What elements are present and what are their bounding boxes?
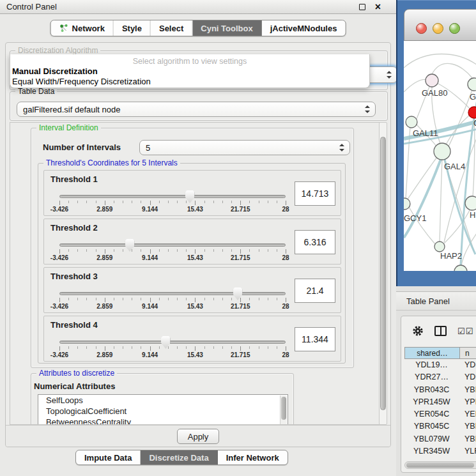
network-window-titlebar[interactable]: [404, 9, 476, 41]
algorithm-option-manual-discretization[interactable]: Manual Discretization: [12, 66, 368, 77]
table-cell: YLR3: [459, 445, 476, 457]
attribute-item-selfloops[interactable]: SelfLoops: [38, 395, 288, 406]
network-node-2[interactable]: [468, 107, 476, 118]
tab-discretize-data[interactable]: Discretize Data: [141, 450, 217, 464]
table-hscrollbar[interactable]: [404, 461, 476, 469]
settings-gear-icon[interactable]: [412, 325, 424, 337]
table-row[interactable]: YBR043CYBR0: [404, 384, 476, 396]
split-column-icon[interactable]: [434, 326, 447, 336]
number-of-intervals-combobox[interactable]: 5: [139, 140, 350, 155]
network-node-1[interactable]: [468, 78, 476, 91]
window-title: Control Panel: [0, 2, 57, 12]
algorithm-option-equal-width-frequency-discretization[interactable]: Equal Width/Frequency Discretization: [12, 77, 368, 87]
tab-style[interactable]: Style: [114, 20, 151, 36]
tab-label: Infer Network: [226, 453, 279, 463]
mac-close-icon[interactable]: [416, 23, 427, 34]
threshold-slider-track[interactable]: [59, 341, 286, 344]
network-window: GAL80GACGAL11GAL4GCY1HHAP2: [396, 0, 476, 286]
slider-scale-labels: -3.4262.8599.14415.4321.71528: [59, 206, 286, 213]
close-icon[interactable]: ×: [375, 1, 381, 13]
node-label-hap2: HAP2: [440, 251, 462, 261]
table-cell: YER054C: [404, 408, 459, 420]
interval-definition-title: Interval Definition: [36, 123, 101, 132]
threshold-slider-track[interactable]: [59, 243, 286, 247]
network-node-0[interactable]: [426, 74, 438, 87]
network-node-3[interactable]: [406, 116, 417, 128]
tab-jactivemnodules[interactable]: jActiveMNodules: [262, 20, 346, 36]
scrollbar-thumb[interactable]: [406, 463, 474, 468]
scrollbar-thumb[interactable]: [380, 137, 386, 410]
mac-minimize-icon[interactable]: [433, 23, 443, 34]
table-column-header-1[interactable]: shared…: [405, 348, 460, 358]
network-node-8[interactable]: [454, 265, 467, 271]
network-node-4[interactable]: [434, 143, 450, 160]
table-cell: YBL0: [459, 433, 476, 445]
checkbox-checked-icons[interactable]: ☑☑: [457, 326, 473, 336]
table-row[interactable]: YBL079WYBL0: [404, 433, 476, 445]
control-panel-tabs: NetworkStyleSelectCyni ToolboxjActiveMNo…: [50, 20, 346, 36]
threshold-label: Threshold 4: [50, 320, 98, 330]
tab-infer-network[interactable]: Infer Network: [218, 450, 288, 464]
table-row[interactable]: YER054CYER0: [404, 408, 476, 420]
tab-network[interactable]: Network: [51, 20, 114, 36]
number-of-intervals-label: Number of Intervals: [43, 142, 121, 152]
algorithm-dropdown-popup: Select algorithm to view settings Manual…: [10, 54, 370, 88]
tab-impute-data[interactable]: Impute Data: [76, 450, 141, 464]
mac-zoom-icon[interactable]: [449, 23, 460, 34]
slider-scale-labels: -3.4262.8599.14415.4321.71528: [59, 351, 286, 359]
settings-scrollbar[interactable]: [379, 122, 387, 425]
scrollbar-thumb[interactable]: [281, 397, 286, 420]
table-cell: YBR0: [459, 384, 476, 396]
apply-button[interactable]: Apply: [177, 429, 219, 444]
table-data-title: Table Data: [15, 87, 57, 96]
threshold-slider-track[interactable]: [59, 195, 286, 198]
threshold-value-field[interactable]: 11.344: [295, 327, 335, 351]
table-cell: YBR0: [459, 420, 476, 433]
tab-select[interactable]: Select: [151, 20, 192, 36]
slider-ticks: [59, 298, 286, 303]
table-data-group: Table Data galFiltered.sif default node: [10, 91, 388, 121]
attribute-item-betweennesscentrality[interactable]: BetweennessCentrality: [38, 417, 288, 425]
table-column-header-2[interactable]: n: [460, 348, 476, 358]
slider-scale-labels: -3.4262.8599.14415.4321.71528: [59, 254, 286, 262]
threshold-value-field[interactable]: 6.316: [295, 230, 335, 254]
threshold-label: Threshold 2: [50, 223, 98, 233]
network-canvas[interactable]: GAL80GACGAL11GAL4GCY1HHAP2: [404, 41, 476, 271]
table-cell: YIL052C: [404, 457, 459, 460]
threshold-value-field[interactable]: 14.713: [295, 181, 335, 206]
threshold-slider-track[interactable]: [59, 292, 286, 295]
tab-cyni-toolbox[interactable]: Cyni Toolbox: [192, 20, 261, 36]
table-cell: YER0: [459, 408, 476, 420]
table-cell: YBL079W: [404, 433, 459, 445]
table-cell: YDR27…: [404, 371, 459, 383]
threshold-label: Threshold 1: [50, 174, 98, 184]
threshold-panel-3: Threshold 3-3.4262.8599.14415.4321.71528…: [43, 267, 341, 313]
table-data-combobox[interactable]: galFiltered.sif default node: [17, 102, 376, 117]
threshold-value-field[interactable]: 21.4: [295, 279, 335, 303]
float-icon[interactable]: [359, 4, 365, 10]
tab-label: Style: [122, 24, 142, 33]
tab-label: Select: [159, 24, 183, 33]
tab-label: Impute Data: [84, 453, 132, 463]
attributes-list-scrollbar[interactable]: [280, 395, 287, 425]
thresholds-group-title: Threshold's Coordinates for 5 Intervals: [43, 158, 180, 167]
table-row[interactable]: YDR27…YDR2: [404, 371, 476, 383]
table-row[interactable]: YPR145WYPR1: [404, 396, 476, 408]
table-panel-titlebar: Table Panel: [396, 291, 476, 311]
node-label-ga: GA: [470, 92, 476, 102]
attributes-group: Attributes to discretize Numerical Attri…: [31, 373, 294, 425]
numerical-attributes-list[interactable]: SelfLoopsTopologicalCoefficientBetweenne…: [38, 394, 288, 425]
table-row[interactable]: YDL19…YDL1: [404, 359, 476, 371]
cyni-mode-tabs: Impute DataDiscretize DataInfer Network: [75, 450, 288, 465]
table-row[interactable]: YLR345WYLR3: [404, 445, 476, 457]
network-node-7[interactable]: [434, 242, 445, 252]
node-label-gal80: GAL80: [422, 88, 447, 98]
attribute-item-topologicalcoefficient[interactable]: TopologicalCoefficient: [38, 406, 288, 417]
settings-scroll-area: Interval Definition Number of Intervals …: [10, 122, 383, 425]
table-row[interactable]: YIL052CYIL0: [404, 457, 476, 460]
number-of-intervals-value: 5: [146, 143, 150, 153]
table-row[interactable]: YBR045CYBR0: [404, 420, 476, 433]
network-node-6[interactable]: [465, 196, 476, 210]
node-label-gal11: GAL11: [413, 128, 438, 138]
table-toolbar: ☑☑: [401, 316, 476, 346]
